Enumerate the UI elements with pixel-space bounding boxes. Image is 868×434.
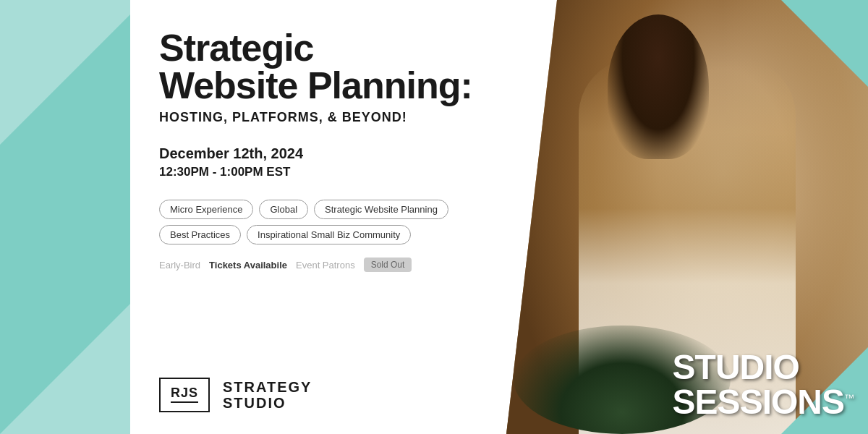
tag-global[interactable]: Global (259, 200, 308, 219)
event-date: December 12th, 2024 (159, 145, 477, 162)
event-time: 12:30PM - 1:00PM EST (159, 165, 477, 179)
teal-triangle-top (0, 0, 145, 145)
rjs-letters: RJS (171, 386, 198, 399)
title-line1: Strategic (159, 27, 314, 69)
event-patrons-label: Event Patrons (296, 260, 355, 271)
brand-logo-section: RJS STRATEGY STUDIO (159, 378, 477, 412)
tag-best-practices[interactable]: Best Practices (159, 225, 241, 244)
studio-sessions-overlay: STUDIO SESSIONS™ (673, 350, 854, 420)
studio-line2: SESSIONS™ (673, 385, 854, 420)
logo-underline (171, 401, 198, 403)
tag-inspirational-small-biz[interactable]: Inspirational Small Biz Community (247, 225, 411, 244)
studio-name-text: STRATEGY STUDIO (223, 379, 312, 411)
hair-silhouette (608, 14, 709, 159)
early-bird-label: Early-Bird (159, 260, 200, 271)
strategy-label: STRATEGY (223, 379, 312, 395)
subtitle: Hosting, Platforms, & Beyond! (159, 110, 477, 125)
studio-line1: STUDIO (673, 350, 854, 385)
sold-out-badge: Sold Out (364, 258, 412, 272)
title-line2: Website Planning: (159, 64, 472, 106)
top-section: Strategic Website Planning: Hosting, Pla… (159, 29, 477, 286)
studio-label: STUDIO (223, 395, 312, 411)
tags-section: Micro Experience Global Strategic Websit… (159, 200, 477, 244)
main-title: Strategic Website Planning: (159, 29, 477, 104)
rjs-logo-box: RJS (159, 378, 210, 412)
tm-mark: ™ (844, 392, 854, 404)
tickets-available-label: Tickets Availabile (209, 260, 287, 271)
page-wrapper: Strategic Website Planning: Hosting, Pla… (0, 0, 868, 434)
teal-triangle-bottom (0, 304, 130, 434)
tag-micro-experience[interactable]: Micro Experience (159, 200, 253, 219)
ticket-section: Early-Bird Tickets Availabile Event Patr… (159, 258, 477, 272)
teal-corner-top-right (781, 0, 868, 87)
studio-sessions-text: STUDIO SESSIONS™ (673, 350, 854, 420)
sessions-text: SESSIONS (673, 383, 844, 421)
content-area: Strategic Website Planning: Hosting, Pla… (130, 0, 506, 434)
tag-strategic-website-planning[interactable]: Strategic Website Planning (314, 200, 448, 219)
